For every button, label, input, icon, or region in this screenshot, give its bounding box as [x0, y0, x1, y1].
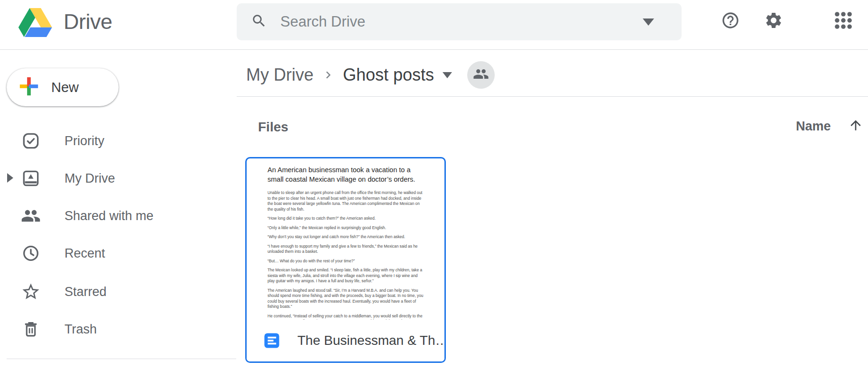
help-icon — [721, 11, 740, 32]
new-button[interactable]: New — [7, 68, 119, 106]
sidebar-item-label: Shared with me — [65, 209, 154, 223]
arrow-up-icon[interactable] — [848, 118, 863, 135]
breadcrumb-my-drive[interactable]: My Drive — [246, 65, 314, 85]
drive-logo[interactable]: Drive — [18, 0, 112, 44]
file-card-selected[interactable]: An American businessman took a vacation … — [245, 157, 446, 363]
people-icon — [21, 206, 41, 226]
document-preview-paragraph: “Only a little while,” the Mexican repli… — [268, 225, 425, 231]
document-preview-paragraph: The Mexican looked up and smiled. “I sle… — [268, 268, 425, 284]
sidebar-item-trash[interactable]: Trash — [0, 314, 237, 344]
sidebar-item-label: Starred — [65, 285, 107, 299]
drive-triangle-icon — [18, 7, 53, 37]
settings-button[interactable] — [764, 11, 784, 31]
shared-folder-badge[interactable] — [467, 61, 495, 89]
chevron-right-icon — [321, 68, 335, 82]
sidebar-item-label: Priority — [65, 134, 104, 148]
document-preview-paragraph: “How long did it take you to catch them?… — [268, 216, 425, 222]
new-button-label: New — [51, 80, 79, 95]
google-docs-icon — [264, 333, 280, 349]
sidebar-divider — [7, 359, 236, 359]
my-drive-icon — [21, 168, 41, 188]
sidebar-item-label: Trash — [65, 322, 97, 337]
document-preview-paragraph: The American laughed and stood tall. “Si… — [268, 288, 425, 310]
document-preview-paragraph: Unable to sleep after an urgent phone ca… — [268, 190, 425, 212]
sidebar-item-label: Recent — [65, 246, 105, 261]
plus-icon — [18, 75, 40, 99]
sidebar-item-label: My Drive — [65, 171, 115, 186]
sidebar-item-shared-with-me[interactable]: Shared with me — [0, 201, 237, 231]
sort-by-name-control[interactable]: Name — [796, 118, 863, 135]
app-title: Drive — [64, 9, 112, 34]
settings-gear-icon — [764, 11, 783, 32]
files-section-title: Files — [258, 120, 288, 135]
priority-check-icon — [21, 131, 41, 151]
breadcrumb: My Drive Ghost posts — [246, 60, 495, 90]
file-card-title-row: The Businessman & Th… — [247, 320, 444, 361]
document-preview-paragraph: “Why don’t you stay out longer and catch… — [268, 234, 425, 240]
search-input[interactable] — [280, 13, 643, 30]
help-button[interactable] — [720, 11, 740, 31]
document-preview-paragraph: “But… What do you do with the rest of yo… — [268, 259, 425, 264]
sort-label: Name — [796, 119, 831, 134]
search-options-caret-icon[interactable] — [643, 18, 654, 26]
top-header: Drive — [0, 0, 868, 50]
search-bar[interactable] — [237, 3, 682, 40]
sidebar-item-recent[interactable]: Recent — [0, 239, 237, 268]
trash-icon — [21, 319, 41, 339]
breadcrumb-current-folder[interactable]: Ghost posts — [343, 65, 434, 85]
google-apps-button[interactable] — [833, 11, 853, 31]
people-icon — [473, 66, 489, 84]
sidebar-item-my-drive[interactable]: My Drive — [0, 164, 237, 193]
apps-grid-icon — [833, 10, 853, 32]
content-divider — [237, 96, 868, 97]
document-preview-paragraph: “I have enough to support my family and … — [268, 244, 425, 255]
folder-menu-caret-icon[interactable] — [443, 72, 452, 78]
file-title: The Businessman & Th… — [297, 333, 446, 348]
document-preview: An American businessman took a vacation … — [247, 158, 444, 325]
google-drive-window: Drive — [0, 0, 868, 370]
search-icon — [251, 13, 267, 31]
sidebar-item-starred[interactable]: Starred — [0, 277, 237, 306]
clock-icon — [21, 243, 41, 263]
sidebar-nav: New Priority My Drive Shared with me — [0, 50, 237, 370]
star-icon — [21, 282, 41, 302]
sidebar-item-priority[interactable]: Priority — [0, 126, 237, 156]
document-preview-heading: An American businessman took a vacation … — [268, 165, 425, 184]
